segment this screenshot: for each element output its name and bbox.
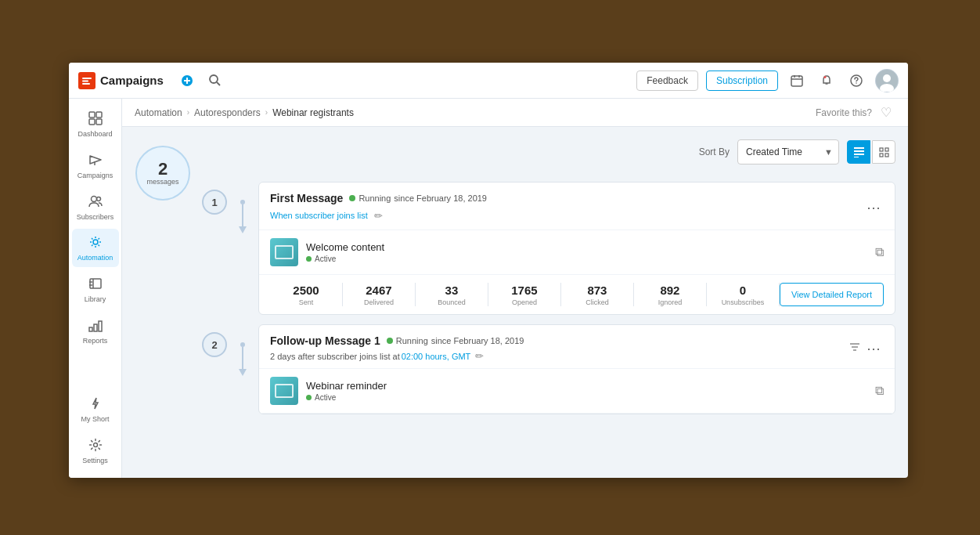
- sidebar-item-dashboard[interactable]: Dashboard: [72, 105, 119, 143]
- message-1-status-text: Running: [358, 193, 391, 203]
- svg-rect-28: [90, 279, 101, 288]
- sidebar-item-settings[interactable]: Settings: [72, 432, 119, 470]
- stat-opened-label: Opened: [512, 298, 537, 306]
- svg-rect-38: [854, 154, 864, 155]
- message-1-email-thumb: [270, 238, 298, 266]
- svg-rect-8: [791, 76, 802, 86]
- main-content: 2 messages Sort By Created Time Name St: [122, 127, 908, 478]
- calendar-icon-button[interactable]: [786, 70, 808, 92]
- svg-rect-33: [94, 324, 97, 331]
- sidebar-label-myshort: My Short: [81, 415, 109, 424]
- automation-icon: [88, 235, 103, 251]
- stat-sent: 2500 Sent: [270, 284, 342, 306]
- breadcrumb-automation[interactable]: Automation: [135, 107, 182, 118]
- message-number-1: 1: [202, 190, 227, 215]
- active-dot-2: [306, 395, 312, 400]
- stat-unsubscribes: 0 Unsubscribes: [707, 284, 779, 306]
- add-button[interactable]: [176, 70, 198, 92]
- main-layout: Dashboard Campaigns: [69, 99, 908, 478]
- svg-marker-49: [239, 369, 247, 376]
- grid-view-button[interactable]: [872, 140, 895, 164]
- app-title: Campaigns: [100, 74, 164, 87]
- message-2-email-status-text: Active: [315, 393, 336, 402]
- stat-clicked: 873 Clicked: [561, 284, 633, 306]
- sidebar-item-automation[interactable]: Automation: [72, 229, 119, 267]
- message-2-copy-button[interactable]: ⧉: [875, 384, 884, 398]
- sidebar-item-campaigns[interactable]: Campaigns: [72, 146, 119, 185]
- svg-rect-22: [96, 119, 102, 125]
- sidebar-item-myshort[interactable]: My Short: [72, 390, 119, 428]
- svg-point-13: [824, 76, 827, 78]
- stat-opened: 1765 Opened: [488, 284, 560, 306]
- sidebar-label-dashboard: Dashboard: [77, 130, 112, 139]
- list-view-button[interactable]: [847, 140, 870, 164]
- message-2-more-button[interactable]: ⋯: [863, 340, 884, 357]
- view-report-button-1[interactable]: View Detailed Report: [780, 283, 884, 306]
- feedback-button[interactable]: Feedback: [636, 70, 698, 91]
- subscribers-icon: [88, 194, 103, 211]
- message-2-trigger-time: 02:00 hours, GMT: [402, 352, 471, 361]
- svg-marker-46: [239, 226, 247, 233]
- message-1-stats: 2500 Sent 2467 Delivered 3: [259, 275, 895, 314]
- svg-rect-21: [89, 119, 95, 125]
- sort-select-wrapper: Created Time Name Status ▼: [737, 139, 839, 164]
- sidebar-label-settings: Settings: [82, 457, 108, 465]
- svg-marker-23: [90, 156, 101, 164]
- breadcrumb-autoresponders[interactable]: Autoresponders: [194, 107, 261, 118]
- message-1-more-button[interactable]: ⋯: [863, 199, 884, 216]
- svg-rect-36: [854, 147, 864, 149]
- svg-rect-43: [885, 154, 888, 157]
- sidebar-item-reports[interactable]: Reports: [72, 312, 119, 350]
- svg-point-35: [93, 443, 97, 447]
- sidebar-label-library: Library: [85, 295, 106, 304]
- subscription-button[interactable]: Subscription: [706, 70, 778, 91]
- breadcrumb-current: Webinar registrants: [272, 107, 354, 118]
- sort-select[interactable]: Created Time Name Status: [737, 139, 839, 164]
- message-2-filter-button[interactable]: [849, 342, 860, 355]
- message-card-1: First Message Running since February 18,…: [258, 182, 895, 315]
- svg-rect-42: [880, 154, 883, 157]
- message-2-status: Running since February 18, 2019: [387, 336, 524, 345]
- sidebar-item-library[interactable]: Library: [72, 270, 119, 309]
- svg-rect-37: [854, 150, 864, 152]
- sidebar-item-subscribers[interactable]: Subscribers: [72, 188, 119, 226]
- stat-ignored-label: Ignored: [658, 298, 683, 306]
- message-1-email-name: Welcome content: [306, 241, 867, 253]
- library-icon: [88, 277, 103, 293]
- notification-icon-button[interactable]: [816, 70, 838, 92]
- message-1-trigger[interactable]: When subscriber joins list: [270, 208, 368, 223]
- help-icon-button[interactable]: [845, 70, 867, 92]
- sort-label: Sort By: [699, 146, 730, 157]
- message-row-1: 1: [202, 182, 895, 315]
- message-row-2: 2: [202, 324, 895, 414]
- message-1-email-status-text: Active: [315, 255, 336, 263]
- message-2-status-text: Running: [396, 336, 428, 345]
- favorite-button[interactable]: ♡: [877, 103, 895, 122]
- svg-rect-41: [885, 148, 888, 151]
- stat-sent-label: Sent: [299, 298, 314, 306]
- stat-bounced: 33 Bounced: [416, 284, 488, 306]
- message-2-email-info: Webinar reminder Active: [306, 380, 867, 402]
- top-bar: Campaigns Feedback Subscription: [69, 63, 908, 99]
- svg-rect-32: [89, 327, 92, 331]
- search-button[interactable]: [204, 70, 226, 92]
- svg-rect-39: [854, 157, 859, 157]
- messages-count-bubble: 2 messages: [135, 146, 190, 201]
- message-1-copy-button[interactable]: ⧉: [875, 245, 884, 259]
- svg-rect-20: [96, 112, 102, 117]
- message-2-email-status: Active: [306, 393, 867, 402]
- svg-point-26: [96, 197, 100, 201]
- message-card-2-header: Follow-up Message 1 Running since Februa…: [259, 325, 895, 369]
- sidebar-label-subscribers: Subscribers: [77, 213, 114, 222]
- message-1-status: Running since February 18, 2019: [349, 193, 487, 203]
- svg-rect-34: [99, 321, 102, 331]
- message-2-edit-trigger[interactable]: ✏: [475, 350, 484, 362]
- message-2-email-name: Webinar reminder: [306, 380, 867, 392]
- message-2-title-row: Follow-up Message 1 Running since Februa…: [270, 334, 524, 347]
- sidebar-label-reports: Reports: [83, 337, 108, 345]
- svg-rect-1: [82, 80, 88, 81]
- breadcrumb-sep-2: ›: [265, 108, 268, 117]
- stat-bounced-value: 33: [445, 284, 459, 297]
- user-avatar[interactable]: [875, 69, 899, 92]
- message-1-edit-trigger[interactable]: ✏: [374, 210, 383, 222]
